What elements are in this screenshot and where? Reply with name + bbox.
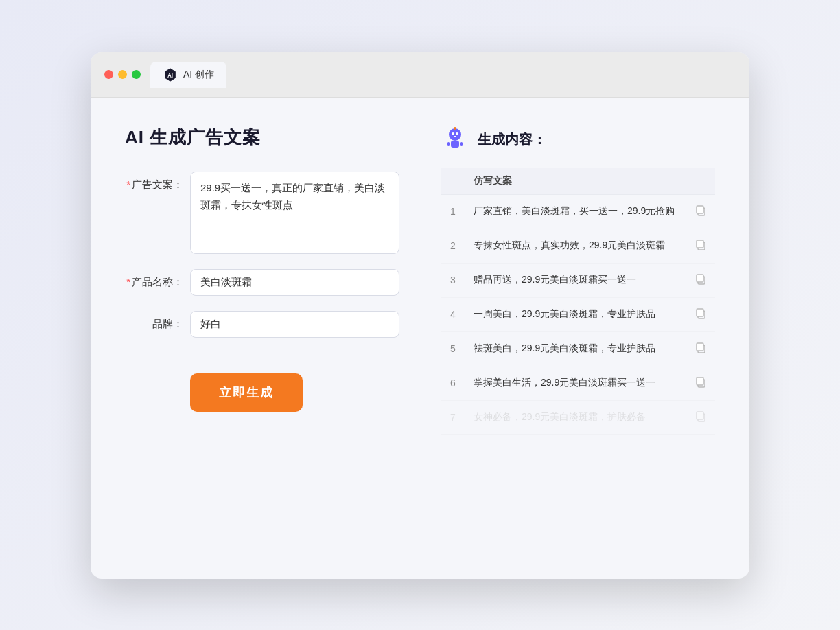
col-num-header bbox=[441, 168, 465, 195]
row-number: 3 bbox=[441, 263, 465, 297]
row-number: 7 bbox=[441, 400, 465, 434]
table-row: 3赠品再送，29.9元美白淡斑霜买一送一 bbox=[441, 263, 715, 297]
row-number: 5 bbox=[441, 331, 465, 366]
svg-text:AI: AI bbox=[167, 72, 173, 78]
row-text: 女神必备，29.9元美白淡斑霜，护肤必备 bbox=[465, 400, 686, 434]
row-number: 2 bbox=[441, 229, 465, 263]
tab-label: AI 创作 bbox=[183, 69, 214, 81]
copy-button[interactable] bbox=[686, 297, 715, 331]
copy-button[interactable] bbox=[686, 400, 715, 434]
row-number: 1 bbox=[441, 194, 465, 229]
product-name-label: *产品名称： bbox=[125, 269, 183, 289]
copy-button[interactable] bbox=[686, 331, 715, 366]
ad-copy-input[interactable]: 29.9买一送一，真正的厂家直销，美白淡斑霜，专抹女性斑点 bbox=[190, 172, 399, 254]
product-name-group: *产品名称： bbox=[125, 269, 399, 296]
table-row: 1厂家直销，美白淡斑霜，买一送一，29.9元抢购 bbox=[441, 194, 715, 229]
svg-rect-20 bbox=[697, 343, 703, 351]
required-mark-ad: * bbox=[126, 178, 130, 190]
brand-input[interactable] bbox=[190, 311, 399, 338]
ai-tab-icon: AI bbox=[163, 67, 178, 82]
table-row: 5祛斑美白，29.9元美白淡斑霜，专业护肤品 bbox=[441, 331, 715, 366]
required-mark-product: * bbox=[126, 276, 130, 288]
brand-group: 品牌： bbox=[125, 311, 399, 338]
table-row: 2专抹女性斑点，真实功效，29.9元美白淡斑霜 bbox=[441, 229, 715, 263]
svg-point-4 bbox=[452, 132, 454, 135]
col-action-header bbox=[686, 168, 715, 195]
table-row: 7女神必备，29.9元美白淡斑霜，护肤必备 bbox=[441, 400, 715, 434]
ad-copy-group: *广告文案： 29.9买一送一，真正的厂家直销，美白淡斑霜，专抹女性斑点 bbox=[125, 172, 399, 254]
row-number: 6 bbox=[441, 366, 465, 400]
product-name-input[interactable] bbox=[190, 269, 399, 296]
row-text: 赠品再送，29.9元美白淡斑霜买一送一 bbox=[465, 263, 686, 297]
svg-point-8 bbox=[454, 127, 456, 130]
svg-rect-16 bbox=[697, 275, 703, 282]
copy-button[interactable] bbox=[686, 229, 715, 263]
results-table: 仿写文案 1厂家直销，美白淡斑霜，买一送一，29.9元抢购 2专抹女性斑点，真实… bbox=[441, 168, 715, 435]
robot-icon bbox=[441, 126, 469, 154]
right-panel-title: 生成内容： bbox=[478, 130, 546, 149]
page-title: AI 生成广告文案 bbox=[125, 126, 399, 150]
copy-button[interactable] bbox=[686, 194, 715, 229]
row-text: 掌握美白生活，29.9元美白淡斑霜买一送一 bbox=[465, 366, 686, 400]
row-text: 祛斑美白，29.9元美白淡斑霜，专业护肤品 bbox=[465, 331, 686, 366]
svg-rect-18 bbox=[697, 309, 703, 316]
table-row: 6掌握美白生活，29.9元美白淡斑霜买一送一 bbox=[441, 366, 715, 400]
copy-button[interactable] bbox=[686, 263, 715, 297]
main-content: AI 生成广告文案 *广告文案： 29.9买一送一，真正的厂家直销，美白淡斑霜，… bbox=[91, 98, 749, 579]
ad-copy-label: *广告文案： bbox=[125, 172, 183, 191]
row-text: 专抹女性斑点，真实功效，29.9元美白淡斑霜 bbox=[465, 229, 686, 263]
close-button[interactable] bbox=[104, 70, 113, 79]
title-bar: AI AI 创作 bbox=[91, 52, 749, 98]
col-text-header: 仿写文案 bbox=[465, 168, 686, 195]
generate-button[interactable]: 立即生成 bbox=[190, 373, 303, 412]
svg-rect-22 bbox=[697, 377, 703, 385]
right-panel: 生成内容： 仿写文案 1厂家直销，美白淡斑霜，买一送一，29.9元抢购 2专抹女… bbox=[441, 126, 715, 551]
ai-tab[interactable]: AI AI 创作 bbox=[150, 62, 226, 88]
brand-label: 品牌： bbox=[125, 311, 183, 331]
svg-rect-14 bbox=[697, 240, 703, 248]
table-row: 4一周美白，29.9元美白淡斑霜，专业护肤品 bbox=[441, 297, 715, 331]
right-header: 生成内容： bbox=[441, 126, 715, 154]
row-text: 一周美白，29.9元美白淡斑霜，专业护肤品 bbox=[465, 297, 686, 331]
svg-rect-12 bbox=[697, 206, 703, 213]
row-text: 厂家直销，美白淡斑霜，买一送一，29.9元抢购 bbox=[465, 194, 686, 229]
svg-point-5 bbox=[456, 132, 458, 135]
copy-button[interactable] bbox=[686, 366, 715, 400]
svg-rect-9 bbox=[447, 142, 450, 146]
svg-rect-10 bbox=[460, 142, 463, 146]
browser-window: AI AI 创作 AI 生成广告文案 *广告文案： 29.9买一送一，真正的厂家… bbox=[91, 52, 749, 579]
svg-rect-24 bbox=[697, 412, 703, 419]
svg-rect-3 bbox=[451, 141, 459, 148]
left-panel: AI 生成广告文案 *广告文案： 29.9买一送一，真正的厂家直销，美白淡斑霜，… bbox=[125, 126, 399, 551]
row-number: 4 bbox=[441, 297, 465, 331]
minimize-button[interactable] bbox=[118, 70, 127, 79]
maximize-button[interactable] bbox=[132, 70, 141, 79]
svg-rect-6 bbox=[454, 136, 456, 137]
window-controls bbox=[104, 70, 141, 79]
generate-button-wrapper: 立即生成 bbox=[125, 353, 399, 412]
